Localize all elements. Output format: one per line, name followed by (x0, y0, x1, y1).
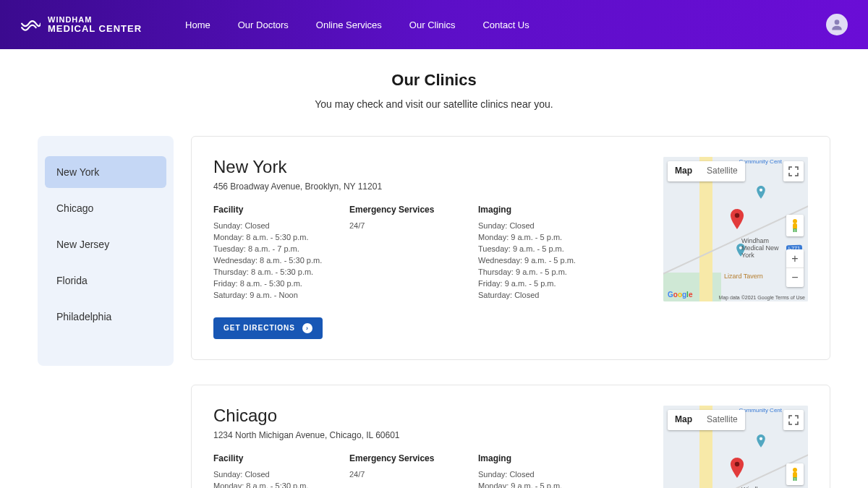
imaging-heading: Imaging (478, 205, 594, 215)
svg-rect-6 (793, 228, 795, 232)
map-zoom-in-button[interactable]: + (786, 249, 804, 268)
nav-home[interactable]: Home (185, 20, 210, 30)
facility-heading: Facility (213, 205, 329, 215)
map-type-satellite[interactable]: Satellite (699, 161, 745, 181)
page-head: Our Clinics You may check and visit our … (0, 49, 868, 121)
map-type-toggle: Map Satellite (668, 161, 745, 181)
imaging-line: Sunday: Closed (478, 221, 594, 232)
nav-doctors[interactable]: Our Doctors (238, 20, 289, 30)
emergency-line: 24/7 (349, 221, 458, 232)
imaging-heading: Imaging (478, 453, 594, 463)
sidebar-item-florida[interactable]: Florida (45, 265, 166, 296)
facility-hours: Facility Sunday: Closed Monday: 8 a.m. -… (213, 453, 329, 488)
nav-our-clinics[interactable]: Our Clinics (409, 20, 456, 30)
clinic-map[interactable]: Community Cent Map Satellite Windham Med… (663, 406, 808, 488)
imaging-line: Saturday: Closed (478, 290, 594, 301)
facility-line: Wednesday: 8 a.m. - 5:30 p.m. (213, 255, 329, 267)
map-google-logo: Google (668, 291, 692, 299)
page-subtitle: You may check and visit our satellite cl… (0, 98, 868, 110)
logo-text: WINDHAM MEDICAL CENTER (48, 15, 142, 34)
facility-line: Saturday: 9 a.m. - Noon (213, 290, 329, 301)
chevron-right-icon: › (302, 323, 312, 333)
emergency-heading: Emergency Services (349, 205, 458, 215)
imaging-hours: Imaging Sunday: Closed Monday: 9 a.m. - … (478, 453, 594, 488)
sidebar-item-philadelphia[interactable]: Philadelphia (45, 301, 166, 333)
main-nav: Home Our Doctors Online Services Our Cli… (185, 20, 529, 30)
svg-point-0 (835, 20, 840, 25)
imaging-line: Monday: 9 a.m. - 5 p.m. (478, 232, 594, 244)
map-main-pin-icon (730, 209, 744, 232)
sidebar-item-new-jersey[interactable]: New Jersey (45, 228, 166, 260)
facility-heading: Facility (213, 453, 329, 463)
map-copyright: Map data ©2021 Google Terms of Use (719, 295, 805, 300)
map-poi-pin-icon (756, 186, 766, 202)
clinic-sidebar: New York Chicago New Jersey Florida Phil… (38, 136, 174, 366)
svg-rect-13 (793, 477, 795, 481)
svg-point-8 (760, 437, 762, 440)
facility-line: Sunday: Closed (213, 221, 329, 232)
map-poi-tavern: Lizard Tavern (724, 273, 763, 280)
facility-line: Tuesday: 8 a.m. - 7 p.m. (213, 244, 329, 255)
page-title: Our Clinics (0, 71, 868, 90)
facility-line: Monday: 8 a.m. - 5:30 p.m. (213, 481, 329, 489)
facility-line: Thursday: 8 a.m. - 5:30 p.m. (213, 267, 329, 278)
map-zoom-controls: + − (786, 249, 804, 287)
map-poi-pin-icon (756, 435, 766, 450)
get-directions-button[interactable]: GET DIRECTIONS › (213, 317, 323, 339)
facility-line: Monday: 8 a.m. - 5:30 p.m. (213, 232, 329, 244)
imaging-line: Monday: 9 a.m. - 5 p.m. (478, 481, 594, 489)
logo-wave-icon (20, 14, 41, 35)
svg-point-4 (793, 219, 797, 223)
svg-point-11 (793, 468, 797, 472)
emergency-line: 24/7 (349, 469, 458, 481)
directions-label: GET DIRECTIONS (224, 324, 295, 332)
pegman-icon (790, 467, 800, 481)
map-type-map[interactable]: Map (668, 410, 699, 430)
svg-point-9 (735, 461, 740, 466)
header: WINDHAM MEDICAL CENTER Home Our Doctors … (0, 0, 868, 49)
clinic-address: 1234 North Michigan Avenue, Chicago, IL … (213, 430, 646, 440)
emergency-heading: Emergency Services (349, 453, 458, 463)
map-type-toggle: Map Satellite (668, 410, 745, 430)
map-type-satellite[interactable]: Satellite (699, 410, 745, 430)
imaging-line: Friday: 9 a.m. - 5 p.m. (478, 278, 594, 290)
clinic-list: New York 456 Broadway Avenue, Brooklyn, … (191, 136, 830, 488)
sidebar-item-chicago[interactable]: Chicago (45, 192, 166, 224)
fullscreen-icon (788, 415, 799, 425)
clinic-card-new-york: New York 456 Broadway Avenue, Brooklyn, … (191, 136, 830, 360)
svg-point-1 (760, 189, 762, 192)
emergency-hours: Emergency Services 24/7 (349, 205, 458, 301)
sidebar-item-new-york[interactable]: New York (45, 156, 166, 188)
map-pegman-button[interactable] (786, 463, 804, 485)
clinic-card-chicago: Chicago 1234 North Michigan Avenue, Chic… (191, 385, 830, 488)
map-pegman-button[interactable] (786, 215, 804, 236)
svg-rect-14 (796, 477, 797, 481)
svg-rect-7 (796, 228, 797, 232)
content: New York Chicago New Jersey Florida Phil… (0, 121, 868, 488)
hours-grid: Facility Sunday: Closed Monday: 8 a.m. -… (213, 205, 646, 301)
nav-contact[interactable]: Contact Us (482, 20, 529, 30)
user-avatar[interactable] (826, 14, 848, 35)
map-zoom-out-button[interactable]: − (786, 268, 804, 287)
hours-grid: Facility Sunday: Closed Monday: 8 a.m. -… (213, 453, 646, 488)
map-main-pin-icon (730, 458, 744, 481)
map-poi-community: Community Cent (739, 407, 782, 414)
emergency-hours: Emergency Services 24/7 (349, 453, 458, 488)
map-clinic-label: Windham Medical New York (741, 238, 792, 260)
clinic-name: New York (213, 157, 646, 177)
clinic-map[interactable]: Community Cent Map Satellite Windham Med… (663, 157, 808, 301)
map-fullscreen-button[interactable] (783, 161, 804, 181)
logo[interactable]: WINDHAM MEDICAL CENTER (20, 14, 142, 35)
imaging-line: Sunday: Closed (478, 469, 594, 481)
brand-line2: MEDICAL CENTER (48, 24, 142, 34)
map-type-map[interactable]: Map (668, 161, 699, 181)
facility-line: Friday: 8 a.m. - 5:30 p.m. (213, 278, 329, 290)
clinic-address: 456 Broadway Avenue, Brooklyn, NY 11201 (213, 181, 646, 192)
facility-hours: Facility Sunday: Closed Monday: 8 a.m. -… (213, 205, 329, 301)
pegman-icon (790, 218, 800, 233)
svg-point-2 (735, 213, 740, 218)
map-fullscreen-button[interactable] (783, 410, 804, 430)
nav-online-services[interactable]: Online Services (316, 20, 382, 30)
svg-rect-5 (793, 223, 797, 229)
imaging-line: Thursday: 9 a.m. - 5 p.m. (478, 267, 594, 278)
